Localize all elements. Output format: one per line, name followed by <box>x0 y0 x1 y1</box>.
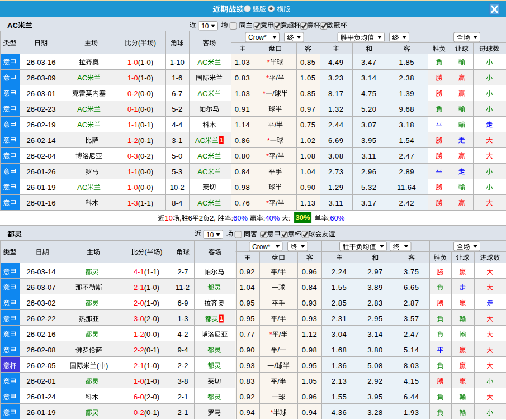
svg-text::: : <box>289 214 291 222</box>
svg-text:Crow*: Crow* <box>252 243 271 251</box>
svg-text:2.85: 2.85 <box>332 299 347 307</box>
svg-text:6-7: 6-7 <box>172 89 182 98</box>
svg-text:26-02-14: 26-02-14 <box>26 136 55 145</box>
svg-text:(0-0): (0-0) <box>138 89 153 98</box>
svg-text:3.80: 3.80 <box>367 346 383 354</box>
svg-text:26-02-22: 26-02-22 <box>26 314 55 323</box>
svg-text:2-7: 2-7 <box>178 268 188 276</box>
svg-text:10: 10 <box>201 22 209 30</box>
svg-text:/: / <box>276 199 278 207</box>
svg-text:3-1: 3-1 <box>172 136 182 145</box>
svg-text:1: 1 <box>220 315 223 322</box>
svg-text:26-02-05: 26-02-05 <box>26 361 55 370</box>
svg-text:26-03-07: 26-03-07 <box>26 283 55 292</box>
svg-text:*: * <box>266 152 269 160</box>
svg-text:2.38: 2.38 <box>399 74 414 82</box>
svg-text:1-2: 1-2 <box>127 136 138 145</box>
svg-text:10: 10 <box>165 214 173 222</box>
svg-text:(0-2): (0-2) <box>138 152 153 160</box>
svg-text:26-02-08: 26-02-08 <box>26 346 55 354</box>
svg-text:0.98: 0.98 <box>302 346 318 354</box>
svg-text:1.68: 1.68 <box>332 346 347 354</box>
svg-text:40%: 40% <box>265 214 280 222</box>
svg-text:2.97: 2.97 <box>367 268 383 276</box>
svg-text:0.91: 0.91 <box>235 105 250 113</box>
svg-text:1.14: 1.14 <box>235 121 250 129</box>
svg-text:0.83: 0.83 <box>239 377 255 385</box>
svg-text:,: , <box>214 214 216 222</box>
svg-text:(0-0): (0-0) <box>138 168 153 176</box>
svg-text:1-1: 1-1 <box>127 168 138 176</box>
svg-text:/: / <box>279 330 281 338</box>
svg-text:0.76: 0.76 <box>235 199 250 207</box>
svg-text:2.44: 2.44 <box>328 121 344 129</box>
svg-text:/: / <box>274 121 276 129</box>
svg-text:2-2: 2-2 <box>178 361 188 370</box>
svg-text:4-4: 4-4 <box>172 121 182 129</box>
svg-text:3.95: 3.95 <box>367 393 383 401</box>
svg-text:4.49: 4.49 <box>328 58 344 66</box>
svg-text:2.24: 2.24 <box>332 268 347 276</box>
svg-text:1-6: 1-6 <box>172 74 182 82</box>
svg-text:6-0: 6-0 <box>134 393 144 401</box>
svg-text:1-3: 1-3 <box>178 314 188 323</box>
svg-text:0.80: 0.80 <box>235 152 250 160</box>
svg-text:6: 6 <box>188 214 192 222</box>
svg-text:10: 10 <box>206 231 214 239</box>
svg-text:AC: AC <box>77 74 87 82</box>
svg-text:(0-1): (0-1) <box>138 136 153 145</box>
svg-text:/: / <box>276 152 278 160</box>
svg-text:0.85: 0.85 <box>300 58 316 66</box>
svg-text:4.15: 4.15 <box>404 377 419 385</box>
svg-text:(0-0): (0-0) <box>138 105 153 113</box>
svg-text:6-9: 6-9 <box>178 299 188 307</box>
svg-text:(0-0): (0-0) <box>144 330 159 338</box>
svg-text:1.03: 1.03 <box>235 89 250 98</box>
svg-text:2.47: 2.47 <box>404 330 419 338</box>
svg-text:3.14: 3.14 <box>367 330 383 338</box>
svg-text:2-1: 2-1 <box>178 408 188 417</box>
svg-text:(: ( <box>138 39 140 47</box>
svg-text:0.94: 0.94 <box>239 408 255 417</box>
svg-text:0.96: 0.96 <box>302 268 318 276</box>
svg-text:5.08: 5.08 <box>367 361 383 370</box>
svg-text:26-03-14: 26-03-14 <box>26 268 55 276</box>
svg-text:AC: AC <box>7 21 18 30</box>
svg-text:1.54: 1.54 <box>399 136 414 145</box>
svg-text:*: * <box>266 74 269 82</box>
svg-text:1-1: 1-1 <box>127 121 138 129</box>
svg-text:(2-0): (2-0) <box>144 314 159 323</box>
svg-text:0.83: 0.83 <box>235 74 250 82</box>
svg-text:3.18: 3.18 <box>399 121 414 129</box>
svg-text:3-0: 3-0 <box>134 314 144 323</box>
svg-text:0.84: 0.84 <box>302 283 318 292</box>
svg-text:AC: AC <box>77 183 87 192</box>
svg-text:2.73: 2.73 <box>328 168 344 176</box>
svg-text:1.36: 1.36 <box>332 361 347 370</box>
svg-text:1.29: 1.29 <box>328 183 344 192</box>
svg-text:1.39: 1.39 <box>399 89 414 98</box>
svg-text:0.93: 0.93 <box>302 314 318 323</box>
svg-text:(1-0): (1-0) <box>144 299 159 307</box>
svg-text:*: * <box>267 58 270 66</box>
svg-text:AC: AC <box>197 89 207 98</box>
svg-text:3.95: 3.95 <box>361 136 377 145</box>
svg-text:4.36: 4.36 <box>332 408 347 417</box>
svg-text:26-03-09: 26-03-09 <box>26 74 55 82</box>
svg-text:26-02-19: 26-02-19 <box>26 121 55 129</box>
svg-text:9-4: 9-4 <box>178 346 188 354</box>
svg-text:1.55: 1.55 <box>332 283 347 292</box>
svg-text:26-03-16: 26-03-16 <box>26 58 55 66</box>
svg-text:2.92: 2.92 <box>367 377 383 385</box>
svg-text:3.07: 3.07 <box>361 121 377 129</box>
svg-text:26-02-04: 26-02-04 <box>26 152 55 160</box>
svg-text:AC: AC <box>197 58 207 66</box>
svg-text:0.93: 0.93 <box>302 299 318 307</box>
svg-text:0.97: 0.97 <box>300 105 316 113</box>
svg-text:11.64: 11.64 <box>397 183 416 192</box>
svg-text:2-1: 2-1 <box>134 283 144 292</box>
svg-text:0.84: 0.84 <box>235 168 250 176</box>
svg-text:1: 1 <box>220 137 223 144</box>
svg-text:(1-0): (1-0) <box>144 283 159 292</box>
svg-text:2-1: 2-1 <box>134 361 144 370</box>
